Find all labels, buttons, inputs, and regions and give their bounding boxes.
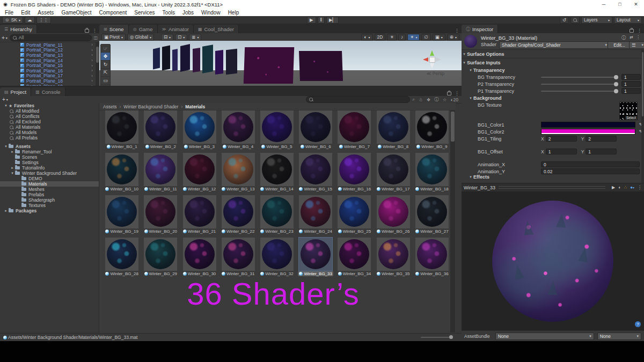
asset-label[interactable]: Winter_BG_27: [414, 229, 449, 234]
asset-label[interactable]: Winter_BG_20: [143, 229, 178, 234]
favorite-star-icon[interactable]: ☆: [443, 97, 447, 102]
scene-plane[interactable]: [153, 47, 160, 69]
asset-item[interactable]: Winter_BG_4: [219, 110, 257, 153]
asset-item[interactable]: Winter_BG_2: [142, 110, 179, 153]
effects-toggle[interactable]: ✶▾: [407, 34, 420, 41]
tag-icon[interactable]: ❖: [427, 97, 431, 102]
scene-plane[interactable]: [162, 45, 170, 70]
assetbundle-dropdown[interactable]: None▾: [495, 333, 594, 340]
asset-label[interactable]: Winter_BG_1: [106, 144, 138, 149]
asset-label[interactable]: Winter_BG_15: [298, 187, 333, 191]
animation-x-field[interactable]: 0: [541, 161, 640, 167]
asset-thumbnail[interactable]: [260, 153, 294, 186]
asset-thumbnail[interactable]: [299, 195, 332, 228]
play-button[interactable]: ▶: [307, 17, 316, 24]
folder-item[interactable]: Scenes: [0, 154, 99, 160]
tab-project[interactable]: ▤Project: [0, 87, 31, 96]
folder-item[interactable]: Shadergraph: [0, 197, 99, 203]
asset-thumbnail[interactable]: [299, 153, 332, 186]
asset-thumbnail[interactable]: [105, 153, 138, 186]
pause-button[interactable]: ‖: [318, 17, 325, 24]
create-asset-button[interactable]: +: [2, 97, 5, 102]
surface-options-foldout[interactable]: Surface Options: [467, 51, 504, 57]
asset-label[interactable]: Winter_BG_2: [144, 144, 177, 149]
packages-root[interactable]: ▸Packages: [0, 208, 99, 213]
texture-select-button[interactable]: Select: [625, 116, 637, 120]
asset-label[interactable]: Winter_BG_16: [337, 187, 372, 191]
help-icon[interactable]: ⓘ: [621, 35, 626, 41]
asset-item[interactable]: Winter_BG_25: [335, 195, 373, 238]
asset-thumbnail[interactable]: [105, 195, 138, 228]
foldout-arrow-icon[interactable]: ▾: [462, 61, 467, 65]
asset-label[interactable]: Winter_BG_22: [221, 229, 255, 234]
menu-window[interactable]: Window: [197, 10, 224, 16]
layers-dropdown[interactable]: Layers▾: [581, 17, 612, 24]
asset-item[interactable]: Winter_BG_17: [375, 153, 412, 195]
breadcrumb-item[interactable]: Materials: [185, 104, 205, 109]
asset-label[interactable]: Winter_BG_13: [221, 187, 255, 191]
offset-x-field[interactable]: 1: [546, 149, 577, 154]
menu-jobs[interactable]: Jobs: [179, 10, 197, 16]
asset-thumbnail[interactable]: [415, 153, 449, 186]
preview-light-icon[interactable]: ∴: [624, 185, 627, 190]
project-search-input[interactable]: [306, 96, 410, 103]
assets-root[interactable]: ▾Assets: [0, 144, 99, 149]
folder-item[interactable]: ▸Renamer_Tool: [0, 149, 99, 154]
asset-thumbnail[interactable]: [338, 195, 371, 228]
asset-thumbnail[interactable]: [183, 238, 216, 271]
tab-game[interactable]: ◎Game: [129, 25, 158, 33]
asset-item[interactable]: Winter_BG_26: [375, 195, 412, 238]
shading-mode-dropdown[interactable]: ◐▾: [361, 34, 372, 41]
scene-orientation-gizmo[interactable]: [423, 50, 441, 69]
preview-drag-handle[interactable]: [499, 186, 605, 189]
asset-item[interactable]: Winter_BG_8: [375, 110, 412, 153]
asset-label[interactable]: Winter_BG_11: [143, 187, 178, 191]
favorite-item[interactable]: All Conflicts: [0, 114, 99, 119]
asset-item[interactable]: Winter_BG_22: [219, 195, 257, 238]
tab-animator[interactable]: ≫Animator: [158, 25, 194, 33]
asset-item[interactable]: Winter_BG_15: [297, 153, 334, 195]
hierarchy-item[interactable]: Portrait_Plane_13›: [0, 53, 99, 58]
menu-component[interactable]: Component: [96, 10, 131, 16]
asset-thumbnail[interactable]: [144, 195, 177, 228]
asset-thumbnail[interactable]: [183, 110, 216, 144]
scene-plane[interactable]: [180, 44, 190, 72]
search-by-label-icon[interactable]: ☃: [419, 97, 423, 102]
slider-track[interactable]: [541, 91, 617, 92]
asset-item[interactable]: Winter_BG_19: [103, 195, 141, 238]
scene-plane[interactable]: [202, 45, 213, 73]
hierarchy-item[interactable]: Portrait_Plane_16›: [0, 68, 99, 73]
hierarchy-scrollbar[interactable]: [96, 42, 99, 86]
asset-thumbnail[interactable]: [260, 195, 294, 228]
transparency-foldout[interactable]: Transparency: [473, 68, 505, 73]
asset-label[interactable]: Winter_BG_21: [182, 229, 217, 234]
foldout-arrow-icon[interactable]: ▸: [10, 150, 15, 154]
slider-track[interactable]: [541, 84, 617, 85]
gizmo-center-cube[interactable]: [429, 57, 435, 63]
surface-inputs-foldout[interactable]: Surface Inputs: [467, 60, 501, 65]
panel-menu-icon[interactable]: ⋮: [455, 28, 459, 33]
pivot-toggle[interactable]: ▣Pivot▾: [101, 34, 126, 41]
folder-item[interactable]: Prefabs: [0, 192, 99, 197]
asset-thumbnail[interactable]: [183, 195, 216, 228]
search-button[interactable]: [570, 17, 580, 24]
panel-menu-icon[interactable]: ⋮: [92, 28, 97, 33]
asset-item[interactable]: Winter_BG_36: [413, 238, 451, 280]
asset-label[interactable]: Winter_BG_19: [104, 229, 139, 234]
hierarchy-item[interactable]: Portrait_Plane_15›: [0, 63, 99, 68]
asset-item[interactable]: Winter_BG_9: [413, 110, 451, 153]
asset-item[interactable]: Winter_BG_1: [103, 110, 141, 153]
folder-item[interactable]: ▾Winter Background Shader: [0, 171, 99, 176]
asset-thumbnail[interactable]: [105, 110, 138, 144]
account-button[interactable]: ☺ SK▾: [2, 17, 23, 24]
lighting-toggle[interactable]: ☀: [387, 34, 397, 41]
slider-knob[interactable]: [614, 89, 618, 93]
hierarchy-item[interactable]: Portrait_Plane_14›: [0, 58, 99, 63]
asset-thumbnail[interactable]: [105, 238, 138, 271]
minimize-button[interactable]: ─: [596, 2, 612, 7]
slider-knob[interactable]: [614, 82, 618, 86]
favorite-item[interactable]: All Models: [0, 130, 99, 135]
asset-thumbnail[interactable]: [260, 110, 294, 144]
folder-item[interactable]: ▸TutorialInfo: [0, 165, 99, 171]
asset-item[interactable]: Winter_BG_31: [219, 238, 257, 280]
